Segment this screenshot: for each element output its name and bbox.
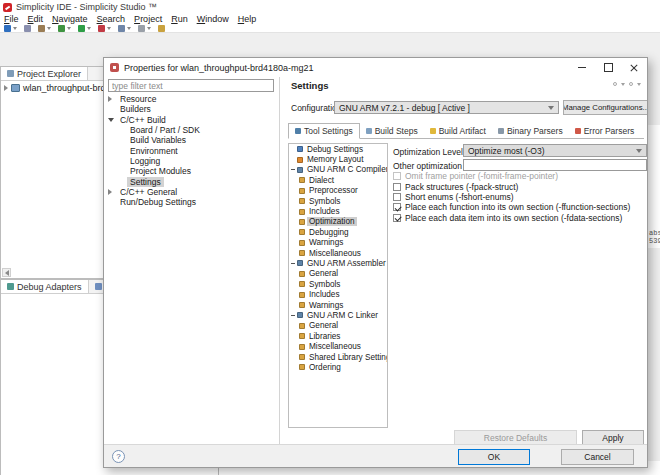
tool-tree-dialect[interactable]: Dialect	[289, 175, 387, 185]
nav-c-c-build[interactable]: C/C++ Build	[104, 115, 279, 125]
menu-navigate[interactable]: Navigate	[52, 14, 88, 24]
dropdown-arrow-icon[interactable]	[147, 27, 151, 30]
unchecked-checkbox-icon[interactable]	[393, 183, 401, 191]
tab-binary-parsers[interactable]: Binary Parsers	[492, 123, 569, 139]
apply-button[interactable]: Apply	[582, 430, 644, 444]
toolbar-flash-program-icon[interactable]	[98, 25, 111, 32]
tool-tree-miscellaneous[interactable]: Miscellaneous	[289, 341, 387, 351]
tool-tree-ordering[interactable]: Ordering	[289, 362, 387, 372]
menu-project[interactable]: Project	[134, 14, 162, 24]
tool-tree-warnings[interactable]: Warnings	[289, 300, 387, 310]
tool-tree-general[interactable]: General	[289, 321, 387, 331]
toolbar-search-icon[interactable]	[118, 25, 131, 32]
tool-tree-libraries[interactable]: Libraries	[289, 331, 387, 341]
menu-file[interactable]: File	[4, 14, 19, 24]
back-dropdown-icon[interactable]	[621, 83, 625, 86]
expander-icon[interactable]	[108, 96, 117, 102]
help-button[interactable]: ?	[112, 450, 125, 463]
menu-window[interactable]: Window	[197, 14, 229, 24]
checkbox-pack-structures[interactable]: Pack structures (-fpack-struct)	[393, 181, 644, 191]
menu-run[interactable]: Run	[171, 14, 188, 24]
settings-page: Settings Configuration: GNU ARM v7.2.1 -…	[281, 77, 647, 444]
toolbar-external-tools-icon[interactable]	[158, 25, 165, 32]
dropdown-arrow-icon[interactable]	[107, 27, 111, 30]
toolbar-open-perspective-icon[interactable]	[138, 25, 151, 32]
tab-tool-settings[interactable]: Tool Settings	[288, 123, 360, 139]
tool-tree-miscellaneous[interactable]: Miscellaneous	[289, 248, 387, 258]
dropdown-arrow-icon[interactable]	[87, 27, 91, 30]
tool-tree-shared-library-settings[interactable]: Shared Library Settings	[289, 352, 387, 362]
nav-environment[interactable]: Environment	[104, 145, 279, 155]
forward-dropdown-icon[interactable]	[637, 83, 641, 86]
checkbox-place-each-data-item-into-its-own-section[interactable]: Place each data item into its own sectio…	[393, 213, 644, 223]
dropdown-arrow-icon[interactable]	[67, 27, 71, 30]
checkbox-short-enums[interactable]: Short enums (-fshort-enums)	[393, 192, 644, 202]
tool-tree-gnu-arm-assembler[interactable]: GNU ARM Assembler	[289, 258, 387, 268]
restore-defaults-button[interactable]: Restore Defaults	[454, 430, 577, 444]
chevron-down-icon	[548, 106, 554, 110]
menu-search[interactable]: Search	[97, 14, 126, 24]
tool-tree-symbols[interactable]: Symbols	[289, 196, 387, 206]
tool-tree-warnings[interactable]: Warnings	[289, 238, 387, 248]
tool-tree-debug-settings[interactable]: Debug Settings	[289, 144, 387, 154]
nav-label: Run/Debug Settings	[117, 197, 199, 207]
nav-project-modules[interactable]: Project Modules	[104, 166, 279, 176]
toolbar-debug-bug-icon[interactable]	[58, 25, 71, 32]
optimization-level-combo[interactable]: Optimize most (-O3)	[463, 144, 647, 157]
checkbox-label: Pack structures (-fpack-struct)	[405, 182, 518, 192]
checked-checkbox-icon[interactable]	[393, 214, 401, 222]
tool-tree-debugging[interactable]: Debugging	[289, 227, 387, 237]
tab-build-artifact[interactable]: Build Artifact	[424, 123, 492, 139]
nav-settings[interactable]: Settings	[104, 176, 279, 186]
toolbar-save-icon[interactable]	[24, 25, 31, 32]
expand-arrow-icon[interactable]	[4, 85, 8, 91]
tool-tree-gnu-arm-c-compiler[interactable]: GNU ARM C Compiler	[289, 165, 387, 175]
nav-build-variables[interactable]: Build Variables	[104, 135, 279, 145]
configuration-combo[interactable]: GNU ARM v7.2.1 - debug [ Active ]	[334, 101, 559, 114]
tool-tree-memory-layout[interactable]: Memory Layout	[289, 154, 387, 164]
tool-tree-preprocessor[interactable]: Preprocessor	[289, 186, 387, 196]
tab-build-steps[interactable]: Build Steps	[360, 123, 424, 139]
tool-tree-includes[interactable]: Includes	[289, 206, 387, 216]
nav-builders[interactable]: Builders	[104, 104, 279, 114]
nav-resource[interactable]: Resource	[104, 94, 279, 104]
tool-tree-optimization[interactable]: Optimization	[289, 217, 387, 227]
dropdown-arrow-icon[interactable]	[127, 27, 131, 30]
cancel-button[interactable]: Cancel	[561, 449, 634, 465]
nav-c-c-general[interactable]: C/C++ General	[104, 187, 279, 197]
forward-history-icon[interactable]	[629, 82, 633, 86]
manage-configurations-button[interactable]: Manage Configurations...	[563, 100, 647, 115]
tab-debug-adapters[interactable]: Debug Adapters	[1, 280, 89, 293]
nav-logging[interactable]: Logging	[104, 156, 279, 166]
expander-icon[interactable]	[108, 189, 117, 195]
close-icon[interactable]	[621, 58, 647, 77]
tab-error-parsers[interactable]: Error Parsers	[569, 123, 641, 139]
dropdown-arrow-icon[interactable]	[13, 27, 17, 30]
maximize-icon[interactable]	[595, 58, 621, 77]
horizontal-scroll-left-icon[interactable]	[2, 268, 11, 277]
tab-project-explorer[interactable]: Project Explorer	[1, 67, 88, 80]
dropdown-arrow-icon[interactable]	[47, 27, 51, 30]
dialog-titlebar[interactable]: Properties for wlan_throughput-brd4180a-…	[104, 58, 647, 77]
other-flags-input[interactable]	[463, 159, 647, 171]
back-history-icon[interactable]	[613, 82, 617, 86]
ok-button[interactable]: OK	[458, 449, 530, 465]
tool-tree-symbols[interactable]: Symbols	[289, 279, 387, 289]
tool-tree-gnu-arm-c-linker[interactable]: GNU ARM C Linker	[289, 310, 387, 320]
unchecked-checkbox-icon[interactable]	[393, 193, 401, 201]
toolbar-new-wizard-icon[interactable]	[4, 25, 17, 32]
menu-edit[interactable]: Edit	[28, 14, 44, 24]
filter-input[interactable]	[108, 79, 274, 92]
nav-run-debug-settings[interactable]: Run/Debug Settings	[104, 197, 279, 207]
checked-checkbox-icon[interactable]	[393, 203, 401, 211]
nav-board-part-sdk[interactable]: Board / Part / SDK	[104, 125, 279, 135]
toolbar-run-play-icon[interactable]	[78, 25, 91, 32]
tool-tree-label: Symbols	[307, 280, 342, 289]
checkbox-place-each-function-into-its-own-section[interactable]: Place each function into its own section…	[393, 202, 644, 212]
toolbar-build-hammer-icon[interactable]	[38, 25, 51, 32]
expander-icon[interactable]	[108, 118, 117, 122]
tool-tree-general[interactable]: General	[289, 269, 387, 279]
tool-tree-includes[interactable]: Includes	[289, 289, 387, 299]
menu-help[interactable]: Help	[238, 14, 257, 24]
minimize-icon[interactable]	[569, 58, 595, 77]
